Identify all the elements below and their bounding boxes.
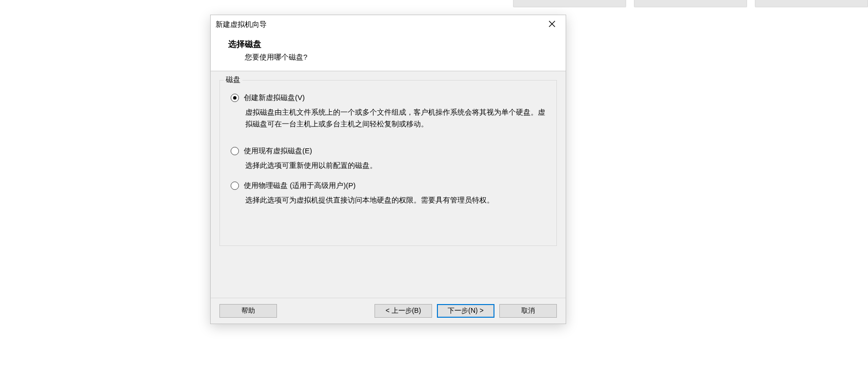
dialog-footer: 帮助 < 上一步(B) 下一步(N) > 取消 xyxy=(211,298,566,324)
cancel-button[interactable]: 取消 xyxy=(499,304,557,318)
radio-create-new-disk[interactable] xyxy=(231,94,239,102)
header-title: 选择磁盘 xyxy=(228,39,554,50)
radio-use-existing-disk[interactable] xyxy=(231,147,239,155)
bg-button-placeholder xyxy=(755,0,868,7)
radio-row-use-existing[interactable]: 使用现有虚拟磁盘(E) xyxy=(231,146,546,156)
group-legend: 磁盘 xyxy=(224,75,242,84)
background-toolbar xyxy=(0,0,868,10)
help-button[interactable]: 帮助 xyxy=(219,304,277,318)
option-label: 使用现有虚拟磁盘(E) xyxy=(244,146,312,156)
radio-row-create-new[interactable]: 创建新虚拟磁盘(V) xyxy=(231,93,546,102)
option-use-physical-disk: 使用物理磁盘 (适用于高级用户)(P) 选择此选项可为虚拟机提供直接访问本地硬盘… xyxy=(231,181,546,206)
close-icon xyxy=(549,20,555,29)
dialog-content: 磁盘 创建新虚拟磁盘(V) 虚拟磁盘由主机文件系统上的一个或多个文件组成，客户机… xyxy=(211,71,566,298)
radio-use-physical-disk[interactable] xyxy=(231,182,239,190)
header-subtitle: 您要使用哪个磁盘? xyxy=(245,53,554,62)
option-create-new-disk: 创建新虚拟磁盘(V) 虚拟磁盘由主机文件系统上的一个或多个文件组成，客户机操作系… xyxy=(231,93,546,130)
back-button[interactable]: < 上一步(B) xyxy=(375,304,432,318)
next-button[interactable]: 下一步(N) > xyxy=(437,304,494,318)
bg-button-placeholder xyxy=(513,0,626,7)
new-vm-wizard-dialog: 新建虚拟机向导 选择磁盘 您要使用哪个磁盘? 磁盘 创建新虚拟磁盘(V) 虚拟磁… xyxy=(210,15,566,324)
option-label: 创建新虚拟磁盘(V) xyxy=(244,93,305,102)
close-button[interactable] xyxy=(542,17,562,32)
option-label: 使用物理磁盘 (适用于高级用户)(P) xyxy=(244,181,355,190)
option-description: 虚拟磁盘由主机文件系统上的一个或多个文件组成，客户机操作系统会将其视为单个硬盘。… xyxy=(245,106,546,130)
dialog-title: 新建虚拟机向导 xyxy=(216,20,267,29)
option-use-existing-disk: 使用现有虚拟磁盘(E) 选择此选项可重新使用以前配置的磁盘。 xyxy=(231,146,546,171)
radio-row-use-physical[interactable]: 使用物理磁盘 (适用于高级用户)(P) xyxy=(231,181,546,190)
option-description: 选择此选项可重新使用以前配置的磁盘。 xyxy=(245,160,546,171)
option-description: 选择此选项可为虚拟机提供直接访问本地硬盘的权限。需要具有管理员特权。 xyxy=(245,194,546,206)
disk-groupbox: 磁盘 创建新虚拟磁盘(V) 虚拟磁盘由主机文件系统上的一个或多个文件组成，客户机… xyxy=(219,80,557,246)
bg-button-placeholder xyxy=(634,0,747,7)
dialog-header: 选择磁盘 您要使用哪个磁盘? xyxy=(211,34,566,71)
dialog-titlebar: 新建虚拟机向导 xyxy=(211,15,566,34)
